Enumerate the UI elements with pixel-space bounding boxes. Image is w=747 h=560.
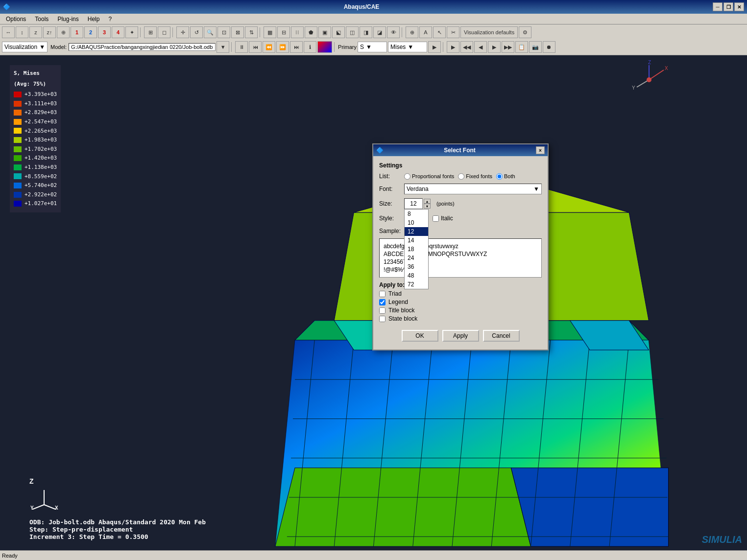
close-button[interactable]: ✕	[734, 2, 744, 11]
dialog-close-button[interactable]: ×	[536, 146, 545, 154]
cancel-button[interactable]: Cancel	[483, 330, 520, 342]
svg-text:Y: Y	[30, 505, 34, 510]
menu-plugins[interactable]: Plug-ins	[53, 15, 82, 23]
toolbar-btn-mesh[interactable]: ⊟	[277, 26, 290, 38]
toolbar-btn-3[interactable]: z	[29, 26, 42, 38]
size-option-72[interactable]: 72	[405, 280, 428, 289]
menu-options[interactable]: Options	[2, 15, 30, 23]
size-option-24[interactable]: 24	[405, 254, 428, 262]
viewport-next-btn[interactable]: ▶	[488, 41, 501, 53]
prev-btn[interactable]: ⏪	[263, 41, 275, 53]
radio-proportional[interactable]: Proportional fonts	[404, 173, 454, 180]
viewport-snapshot-btn[interactable]: 📷	[529, 41, 542, 53]
toolbar-btn-rotate[interactable]: ↺	[190, 26, 203, 38]
legend-value-6: +1.702e+03	[24, 145, 57, 154]
triad-checkbox[interactable]	[379, 291, 386, 297]
viewport-area[interactable]: S, Mises (Avg: 75%) +3.393e+03 +3.111e+0…	[0, 55, 747, 550]
legend-panel: S, Mises (Avg: 75%) +3.393e+03 +3.111e+0…	[10, 65, 61, 212]
radio-both[interactable]: Both	[496, 173, 515, 180]
menu-tools[interactable]: Tools	[31, 15, 52, 23]
viewport-prev2-btn[interactable]: ◀◀	[460, 41, 473, 53]
radio-fixed[interactable]: Fixed fonts	[458, 173, 492, 180]
toolbar-btn-axis[interactable]: ⇅	[245, 26, 258, 38]
toolbar-btn-cut[interactable]: ✂	[447, 26, 459, 38]
radio-both-input[interactable]	[496, 173, 503, 180]
viewport-play-btn[interactable]: ▶	[447, 41, 459, 53]
toolbar-btn-solid[interactable]: ▣	[318, 26, 331, 38]
size-down-btn[interactable]: ▼	[424, 204, 431, 209]
play-pause-btn[interactable]: ⏸	[235, 41, 248, 53]
mises-extra-btn[interactable]: ▶	[428, 41, 441, 53]
viewport-mode-dropdown[interactable]: Visualization ▼	[2, 42, 48, 52]
size-dropdown-list[interactable]: 8 10 12 14 18 24 36 48 72	[404, 209, 429, 289]
viewport-record-btn[interactable]: ⏺	[543, 41, 555, 53]
toolbar-btn-star[interactable]: ✦	[125, 26, 138, 38]
toolbar-btn-grid[interactable]: ▦	[264, 26, 276, 38]
start-btn[interactable]: ⏮	[249, 41, 262, 53]
toolbar-btn-query[interactable]: ⊕	[406, 26, 418, 38]
toolbar-vis-defaults[interactable]: Visualization defaults	[460, 26, 518, 38]
mises-dropdown[interactable]: Mises ▼	[388, 42, 427, 52]
model-path-dropdown[interactable]: ▼	[217, 41, 229, 53]
size-field[interactable]: 12	[404, 198, 423, 209]
toolbar-btn-settings[interactable]: ⚙	[519, 26, 531, 38]
toolbar-btn-2[interactable]: ↕	[16, 26, 28, 38]
select-font-dialog[interactable]: 🔷 Select Font × Settings List: Proportio…	[372, 143, 549, 350]
toolbar-btn-1[interactable]: ↔	[2, 26, 15, 38]
legend-checkbox[interactable]	[379, 299, 386, 305]
toolbar-btn-wire[interactable]: ⬕	[332, 26, 345, 38]
italic-checkbox[interactable]	[433, 215, 439, 222]
size-option-10[interactable]: 10	[405, 218, 428, 227]
model-path-field[interactable]: G:/ABAQUSPractice/bangangxingjiedian 022…	[69, 43, 216, 51]
menu-help[interactable]: Help	[84, 15, 104, 23]
size-up-btn[interactable]: ▲	[424, 199, 431, 204]
legend-value-9: +8.559e+02	[24, 172, 57, 181]
toolbar-btn-num2[interactable]: 2	[84, 26, 97, 38]
primary-dropdown[interactable]: S ▼	[358, 42, 387, 52]
toolbar-btn-5[interactable]: ⊕	[57, 26, 70, 38]
viewport-prev-btn[interactable]: ◀	[474, 41, 487, 53]
toolbar-btn-4[interactable]: z↑	[43, 26, 56, 38]
toolbar-btn-text[interactable]: A	[419, 26, 432, 38]
info-btn[interactable]: ℹ	[304, 41, 316, 53]
minimize-button[interactable]: ─	[713, 2, 723, 11]
title-block-checkbox[interactable]	[379, 307, 386, 314]
size-option-14[interactable]: 14	[405, 236, 428, 245]
toolbar-btn-num1[interactable]: 1	[71, 26, 83, 38]
toolbar-btn-hidden[interactable]: ◫	[346, 26, 359, 38]
toolbar-btn-fit[interactable]: ⊠	[231, 26, 244, 38]
toolbar-btn-shaded[interactable]: ◨	[360, 26, 372, 38]
size-option-18[interactable]: 18	[405, 245, 428, 254]
toolbar-btn-num3[interactable]: 3	[98, 26, 111, 38]
size-option-48[interactable]: 48	[405, 271, 428, 280]
toolbar-btn-contour[interactable]: ◪	[373, 26, 386, 38]
radio-proportional-input[interactable]	[404, 173, 410, 180]
menu-help-icon[interactable]: ?	[104, 15, 116, 23]
ok-button[interactable]: OK	[402, 330, 438, 342]
apply-button[interactable]: Apply	[442, 330, 479, 342]
toolbar-btn-move[interactable]: ✛	[176, 26, 189, 38]
viewport-end-btn[interactable]: ▶▶	[502, 41, 514, 53]
size-option-36[interactable]: 36	[405, 262, 428, 271]
toolbar-btn-eye[interactable]: 👁	[387, 26, 400, 38]
next-btn[interactable]: ⏩	[276, 41, 289, 53]
toolbar-btn-shape[interactable]: ⬟	[305, 26, 317, 38]
size-option-12[interactable]: 12	[405, 227, 428, 236]
toolbar-btn-arrow[interactable]: ↖	[433, 26, 446, 38]
toolbar-btn-zoom[interactable]: 🔍	[204, 26, 217, 38]
end-btn[interactable]: ⏭	[290, 41, 303, 53]
toolbar-btn-frame[interactable]: ⊞	[144, 26, 157, 38]
toolbar-btn-zoom2[interactable]: ⊡	[217, 26, 230, 38]
state-block-checkbox[interactable]	[379, 316, 386, 322]
viewport-copy-btn[interactable]: 📋	[515, 41, 528, 53]
restore-button[interactable]: ❐	[723, 2, 733, 11]
primary-label: Primary	[338, 44, 357, 50]
toolbar-btn-dots[interactable]: ⁝⁝	[291, 26, 304, 38]
size-option-8[interactable]: 8	[405, 210, 428, 218]
toolbar-btn-num4[interactable]: 4	[112, 26, 124, 38]
color-btn[interactable]	[317, 41, 332, 53]
toolbar-btn-obj1[interactable]: ◻	[158, 26, 170, 38]
font-dropdown[interactable]: Verdana ▼	[404, 184, 542, 194]
radio-fixed-input[interactable]	[458, 173, 464, 180]
size-row: Size: 12 ▲ ▼ 8 10	[379, 198, 542, 209]
